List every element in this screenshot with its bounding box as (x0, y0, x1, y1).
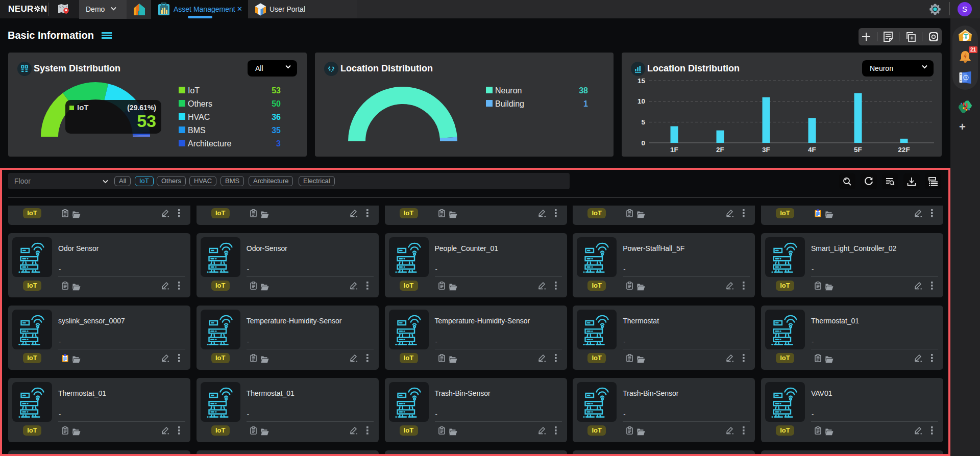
svg-text:0: 0 (641, 139, 645, 147)
svg-text:3F: 3F (762, 146, 770, 154)
svg-text:1F: 1F (670, 146, 678, 154)
svg-text:5: 5 (641, 118, 645, 126)
svg-text:22F: 22F (898, 146, 910, 154)
svg-text:10: 10 (638, 97, 645, 105)
svg-text:5F: 5F (854, 146, 862, 154)
svg-text:2F: 2F (716, 146, 724, 154)
svg-text:4F: 4F (808, 146, 816, 154)
svg-text:15: 15 (638, 77, 646, 85)
